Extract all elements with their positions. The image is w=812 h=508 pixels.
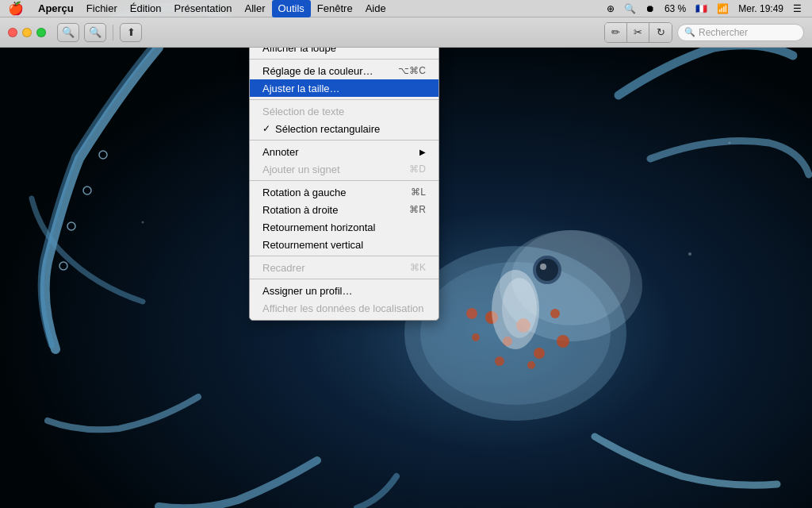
- zoom-out-icon: 🔍: [62, 26, 75, 38]
- recadrer-label: Recadrer: [262, 262, 304, 274]
- menu-fenetre[interactable]: Fenêtre: [311, 0, 359, 17]
- search-menubar-icon[interactable]: 🔍: [620, 0, 640, 17]
- rotation-gauche-shortcut: ⌘L: [411, 187, 426, 198]
- search-placeholder: Rechercher: [699, 27, 748, 38]
- selection-rectangulaire-label: Sélection rectangulaire: [275, 123, 380, 135]
- battery-status[interactable]: 63 %: [661, 0, 690, 17]
- menu-retournement-vertical[interactable]: Retournement vertical: [250, 236, 439, 253]
- rotate-button[interactable]: ↻: [649, 23, 672, 42]
- retournement-horizontal-label: Retournement horizontal: [262, 221, 375, 233]
- menu-extras-icon[interactable]: ☰: [789, 0, 806, 17]
- separator-5: [250, 256, 439, 256]
- close-button[interactable]: [8, 28, 17, 37]
- rotation-gauche-label: Rotation à gauche: [262, 187, 347, 198]
- menubar: 🍎 Aperçu Fichier Édition Présentation Al…: [0, 0, 812, 17]
- annoter-label: Annoter: [262, 146, 299, 158]
- menu-afficher-localisation[interactable]: Afficher les données de localisation: [250, 299, 439, 317]
- outils-dropdown-menu: Afficher l'inspecteur ⌘I Afficher la lou…: [249, 17, 439, 321]
- rotate-icon: ↻: [657, 26, 665, 38]
- menu-reglage-couleur[interactable]: Réglage de la couleur… ⌥⌘C: [250, 62, 439, 79]
- menu-rotation-gauche[interactable]: Rotation à gauche ⌘L: [250, 183, 439, 201]
- search-box[interactable]: 🔍 Rechercher: [677, 24, 804, 41]
- menu-ajuster-taille[interactable]: Ajuster la taille…: [250, 79, 439, 97]
- crop-button[interactable]: ✂: [627, 23, 649, 42]
- separator-1: [250, 59, 439, 60]
- menubar-right: ⊕ 🔍 ⏺ 63 % 🇫🇷 📶 Mer. 19:49 ☰: [603, 0, 812, 17]
- menu-fichier[interactable]: Fichier: [80, 0, 124, 17]
- search-icon: 🔍: [684, 27, 695, 37]
- pen-icon: ✏: [611, 26, 620, 38]
- apple-menu[interactable]: 🍎: [0, 0, 32, 17]
- afficher-localisation-label: Afficher les données de localisation: [262, 302, 424, 314]
- menu-selection-texte[interactable]: Sélection de texte: [250, 102, 439, 120]
- menu-retournement-horizontal[interactable]: Retournement horizontal: [250, 218, 439, 236]
- datetime-display: Mer. 19:49: [734, 0, 787, 17]
- menu-rotation-droite[interactable]: Rotation à droite ⌘R: [250, 201, 439, 218]
- menu-outils[interactable]: Outils: [272, 0, 311, 17]
- recadrer-shortcut: ⌘K: [410, 262, 426, 273]
- toolbar-right: ✏ ✂ ↻ 🔍 Rechercher: [604, 22, 804, 43]
- reglage-couleur-shortcut: ⌥⌘C: [398, 65, 426, 76]
- assigner-profil-label: Assigner un profil…: [262, 285, 352, 297]
- crop-icon: ✂: [634, 26, 642, 38]
- separator-6: [250, 279, 439, 279]
- wifi-icon[interactable]: 📶: [713, 0, 733, 17]
- selection-texte-label: Sélection de texte: [262, 106, 344, 117]
- annotation-toolbar: ✏ ✂ ↻: [604, 22, 672, 43]
- menu-selection-rectangulaire[interactable]: ✓ Sélection rectangulaire: [250, 120, 439, 137]
- toolbar-divider-1: [113, 25, 113, 40]
- menu-assigner-profil[interactable]: Assigner un profil…: [250, 282, 439, 299]
- menu-recadrer[interactable]: Recadrer ⌘K: [250, 259, 439, 276]
- checkmark-icon: ✓: [262, 123, 270, 134]
- rotation-droite-shortcut: ⌘R: [409, 204, 426, 215]
- retournement-vertical-label: Retournement vertical: [262, 239, 363, 251]
- reglage-couleur-label: Réglage de la couleur…: [262, 65, 373, 77]
- screen-record-icon[interactable]: ⏺: [642, 0, 659, 17]
- app-toolbar: 🔍 🔍 ⬆ ✏ ✂ ↻ 🔍 Rechercher: [0, 17, 812, 48]
- menu-apercu[interactable]: Aperçu: [32, 0, 80, 17]
- zoom-in-button[interactable]: 🔍: [84, 23, 106, 42]
- ajuster-taille-label: Ajuster la taille…: [262, 83, 340, 94]
- zoom-in-icon: 🔍: [89, 26, 102, 38]
- separator-3: [250, 140, 439, 140]
- share-icon: ⬆: [127, 26, 136, 38]
- ajouter-signet-shortcut: ⌘D: [409, 164, 426, 175]
- pen-tool-button[interactable]: ✏: [605, 23, 627, 42]
- ajouter-signet-label: Ajouter un signet: [262, 164, 340, 175]
- separator-2: [250, 99, 439, 100]
- flag-icon[interactable]: 🇫🇷: [691, 0, 711, 17]
- minimize-button[interactable]: [22, 28, 32, 37]
- menu-presentation[interactable]: Présentation: [168, 0, 239, 17]
- control-center-icon[interactable]: ⊕: [603, 0, 619, 17]
- menu-aller[interactable]: Aller: [239, 0, 272, 17]
- dropdown-overlay: Afficher l'inspecteur ⌘I Afficher la lou…: [0, 17, 812, 508]
- submenu-arrow-icon: ▶: [419, 148, 426, 156]
- share-button[interactable]: ⬆: [120, 23, 142, 42]
- menu-aide[interactable]: Aide: [359, 0, 393, 17]
- maximize-button[interactable]: [36, 28, 46, 37]
- menu-annoter[interactable]: Annoter ▶: [250, 143, 439, 160]
- separator-4: [250, 180, 439, 181]
- traffic-lights: [8, 28, 46, 37]
- rotation-droite-label: Rotation à droite: [262, 204, 338, 216]
- menu-ajouter-signet[interactable]: Ajouter un signet ⌘D: [250, 160, 439, 178]
- zoom-out-button[interactable]: 🔍: [57, 23, 79, 42]
- menu-edition[interactable]: Édition: [124, 0, 168, 17]
